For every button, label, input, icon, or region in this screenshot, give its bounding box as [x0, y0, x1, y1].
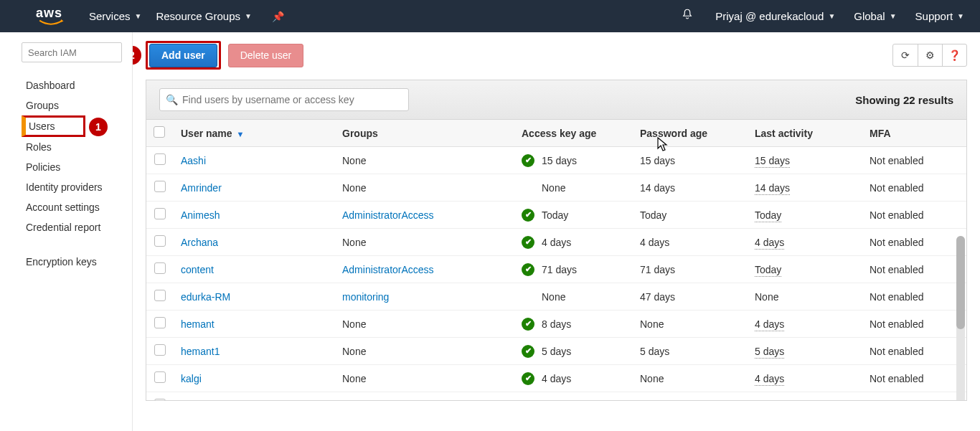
check-circle-icon: ✔: [522, 154, 534, 167]
user-link[interactable]: hemant1: [181, 346, 220, 357]
last-activity[interactable]: 5 days: [755, 346, 784, 359]
user-link[interactable]: edurka-RM: [181, 291, 230, 303]
main-content: 2 Add user Delete user ⟳ ⚙ ❓ 🔍 Showing 2…: [133, 32, 980, 431]
annotation-badge-1: 1: [89, 118, 108, 136]
row-checkbox[interactable]: [154, 290, 166, 301]
check-circle-icon: ✔: [522, 345, 534, 358]
chevron-down-icon: ▼: [828, 12, 835, 20]
nav-account[interactable]: Priyaj @ edurekacloud▼: [708, 10, 842, 22]
table-row: AashiNone✔15 days15 days15 daysNot enabl…: [146, 147, 966, 174]
last-activity[interactable]: 4 days: [755, 237, 784, 250]
check-circle-icon: ✔: [522, 318, 534, 331]
nav-resource-groups[interactable]: Resource Groups▼: [149, 0, 258, 32]
aws-logo[interactable]: aws: [36, 6, 66, 27]
user-link[interactable]: content: [181, 264, 214, 275]
chevron-down-icon: ▼: [135, 12, 142, 20]
last-activity[interactable]: 15 days: [755, 155, 790, 168]
row-checkbox[interactable]: [154, 208, 166, 219]
bell-icon[interactable]: [681, 8, 694, 24]
users-panel: 🔍 Showing 22 results User name▼ Groups A…: [146, 80, 967, 401]
find-users-input-wrap: 🔍: [159, 88, 409, 111]
delete-user-button[interactable]: Delete user: [228, 44, 304, 67]
table-row: hemant1None✔5 days5 days5 daysNot enable…: [146, 338, 966, 365]
col-user[interactable]: User name▼: [174, 120, 335, 147]
check-circle-icon: ✔: [522, 209, 534, 222]
group-link[interactable]: AdministratorAccess: [342, 264, 434, 275]
nav-region[interactable]: Global▼: [847, 10, 903, 22]
sidebar-item-credential-report[interactable]: Credential report: [22, 217, 126, 237]
row-checkbox[interactable]: [154, 181, 166, 192]
last-activity[interactable]: Today: [755, 400, 781, 401]
sidebar-item-account-settings[interactable]: Account settings: [22, 197, 126, 217]
col-password-age[interactable]: Password age: [633, 120, 748, 147]
user-link[interactable]: Aashi: [181, 155, 206, 166]
user-link[interactable]: negi: [181, 400, 199, 401]
nav-support[interactable]: Support▼: [908, 10, 971, 22]
table-row: AmrinderNoneNone14 days14 daysNot enable…: [146, 174, 966, 202]
check-circle-icon: ✔: [522, 372, 534, 385]
col-access-key-age[interactable]: Access key age: [514, 120, 633, 147]
chevron-down-icon: ▼: [245, 12, 252, 20]
row-checkbox[interactable]: [154, 262, 166, 274]
sidebar-item-dashboard[interactable]: Dashboard: [22, 75, 126, 95]
action-bar: 2 Add user Delete user ⟳ ⚙ ❓: [146, 41, 967, 70]
col-groups[interactable]: Groups: [335, 120, 514, 147]
check-circle-icon: ✔: [522, 236, 534, 249]
horizontal-scrollbar[interactable]: [146, 401, 967, 412]
gear-icon[interactable]: ⚙: [918, 44, 942, 66]
chevron-down-icon: ▼: [957, 12, 964, 20]
user-link[interactable]: kalgi: [181, 373, 202, 384]
users-table: User name▼ Groups Access key age Passwor…: [146, 120, 966, 400]
row-checkbox[interactable]: [154, 317, 166, 328]
row-checkbox[interactable]: [154, 399, 166, 400]
last-activity[interactable]: 4 days: [755, 373, 784, 386]
warning-icon: ⚠: [522, 399, 532, 400]
table-row: negiNone⚠125 daysNoneTodayNot enabled: [146, 392, 966, 401]
user-link[interactable]: Animesh: [181, 209, 220, 221]
last-activity[interactable]: Today: [755, 264, 781, 277]
row-checkbox[interactable]: [154, 153, 166, 165]
check-circle-icon: ✔: [522, 263, 534, 276]
sidebar-item-policies[interactable]: Policies: [22, 157, 126, 177]
sidebar-item-encryption-keys[interactable]: Encryption keys: [22, 252, 126, 272]
group-link[interactable]: AdministratorAccess: [342, 209, 434, 221]
add-user-button[interactable]: Add user: [149, 44, 217, 67]
results-count: Showing 22 results: [855, 94, 953, 106]
row-checkbox[interactable]: [154, 344, 166, 356]
sidebar-item-users[interactable]: Users1: [22, 115, 85, 137]
sidebar-item-groups[interactable]: Groups: [22, 95, 126, 115]
table-row: hemantNone✔8 daysNone4 daysNot enabled: [146, 311, 966, 338]
select-all-checkbox[interactable]: [154, 126, 165, 138]
help-icon[interactable]: ❓: [942, 44, 966, 66]
chevron-down-icon: ▼: [890, 12, 897, 20]
find-users-input[interactable]: [182, 94, 402, 105]
last-activity[interactable]: Today: [755, 209, 781, 222]
table-row: ArchanaNone✔4 days4 days4 daysNot enable…: [146, 229, 966, 256]
group-link[interactable]: monitoring: [342, 291, 389, 303]
col-last-activity[interactable]: Last activity: [748, 120, 862, 147]
last-activity[interactable]: 4 days: [755, 318, 784, 331]
toolbar-right: ⟳ ⚙ ❓: [892, 44, 967, 67]
col-mfa[interactable]: MFA: [862, 120, 966, 147]
search-icon: 🔍: [166, 94, 178, 105]
sidebar-item-roles[interactable]: Roles: [22, 137, 126, 157]
table-row: contentAdministratorAccess✔71 days71 day…: [146, 256, 966, 283]
user-link[interactable]: Archana: [181, 237, 218, 248]
row-checkbox[interactable]: [154, 371, 166, 383]
search-iam-input[interactable]: [22, 42, 122, 62]
sidebar-item-identity-providers[interactable]: Identity providers: [22, 177, 126, 197]
nav-services[interactable]: Services▼: [82, 0, 149, 32]
refresh-icon[interactable]: ⟳: [893, 44, 918, 66]
last-activity[interactable]: 14 days: [755, 182, 790, 195]
sidebar: DashboardGroupsUsers1RolesPoliciesIdenti…: [0, 32, 133, 431]
row-checkbox[interactable]: [154, 235, 166, 247]
nav-pin-icon[interactable]: 📌: [265, 0, 291, 32]
user-link[interactable]: Amrinder: [181, 182, 222, 194]
annotation-badge-2: 2: [133, 46, 141, 65]
sort-asc-icon: ▼: [237, 130, 245, 138]
table-row: AnimeshAdministratorAccess✔TodayTodayTod…: [146, 202, 966, 229]
user-link[interactable]: hemant: [181, 318, 215, 330]
top-nav: aws Services▼ Resource Groups▼ 📌 Priyaj …: [0, 0, 980, 32]
vertical-scrollbar[interactable]: [956, 236, 965, 400]
table-row: kalgiNone✔4 daysNone4 daysNot enabled: [146, 365, 966, 392]
